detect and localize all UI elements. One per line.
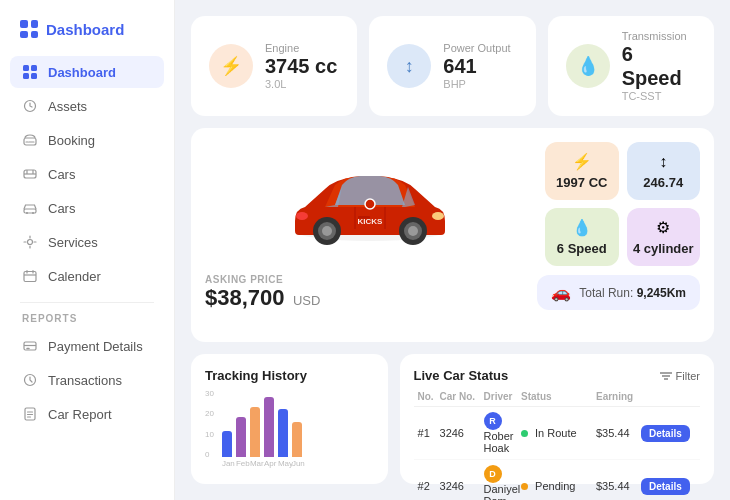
car-stats-grid: ⚡ 1997 CC ↕ 246.74 💧 6 Speed ⚙ 4 cylinde… bbox=[545, 142, 700, 266]
assets-icon bbox=[22, 98, 38, 114]
col-header-driver: Driver bbox=[484, 391, 521, 402]
total-run-badge: 🚗 Total Run: 9,245Km bbox=[537, 275, 700, 310]
svg-point-23 bbox=[432, 212, 444, 220]
x-apr: Apr bbox=[264, 459, 274, 468]
svg-point-18 bbox=[322, 226, 332, 236]
car-illustration: KICKS bbox=[270, 149, 470, 259]
col-header-no: No. bbox=[418, 391, 440, 402]
sidebar-item-calender[interactable]: Calender bbox=[10, 260, 164, 292]
x-mar: Mar bbox=[250, 459, 260, 468]
power-label: Power Output bbox=[443, 42, 510, 54]
svg-point-24 bbox=[296, 212, 308, 220]
chart-container: 30 20 10 0 bbox=[205, 389, 374, 468]
total-run-text: Total Run: 9,245Km bbox=[579, 286, 686, 300]
dashboard-icon bbox=[22, 64, 38, 80]
asking-price-label: ASKING PRICE bbox=[205, 274, 320, 285]
svg-point-10 bbox=[28, 240, 33, 245]
sidebar-item-dashboard[interactable]: Dashboard bbox=[10, 56, 164, 88]
bar-jun-peach bbox=[292, 422, 302, 457]
sidebar-item-car-report[interactable]: Car Report bbox=[10, 398, 164, 430]
spec-speed-icon: 💧 bbox=[572, 218, 592, 237]
y-label-20: 20 bbox=[205, 409, 214, 418]
calender-icon bbox=[22, 268, 38, 284]
engine-label: Engine bbox=[265, 42, 337, 54]
tracking-history-title: Tracking History bbox=[205, 368, 374, 383]
x-feb: Feb bbox=[236, 459, 246, 468]
row1-details-button[interactable]: Details bbox=[641, 425, 690, 442]
live-car-status-card: Live Car Status Filter No. Car No. Drive… bbox=[400, 354, 714, 484]
spec-bhp-value: 246.74 bbox=[643, 175, 683, 190]
services-icon bbox=[22, 234, 38, 250]
svg-rect-3 bbox=[31, 73, 37, 79]
sidebar-divider bbox=[20, 302, 154, 303]
car-bottom: ASKING PRICE $38,700 USD 🚗 Total Run: 9,… bbox=[205, 274, 700, 311]
power-value: 641 bbox=[443, 54, 510, 78]
col-header-carno: Car No. bbox=[440, 391, 484, 402]
table-row: #2 3246 D Daniyel Dam Pending $35.44 Det… bbox=[414, 460, 700, 500]
transmission-sub: TC-SST bbox=[622, 90, 696, 102]
sidebar-item-cars1[interactable]: Cars bbox=[10, 158, 164, 190]
svg-rect-0 bbox=[23, 65, 29, 71]
sidebar-item-calender-label: Calender bbox=[48, 269, 101, 284]
bar-feb-purple bbox=[236, 417, 246, 457]
asking-price-row: $38,700 USD bbox=[205, 285, 320, 311]
sidebar-item-payment[interactable]: Payment Details bbox=[10, 330, 164, 362]
sidebar-item-transactions-label: Transactions bbox=[48, 373, 122, 388]
svg-rect-2 bbox=[23, 73, 29, 79]
bar-may-blue bbox=[278, 409, 288, 457]
bar-mar-peach bbox=[250, 407, 260, 457]
row2-driver: D Daniyel Dam bbox=[484, 465, 521, 500]
sidebar-item-cars1-label: Cars bbox=[48, 167, 75, 182]
booking-icon bbox=[22, 132, 38, 148]
filter-button[interactable]: Filter bbox=[660, 370, 700, 382]
col-header-action bbox=[641, 391, 696, 402]
sidebar-item-booking-label: Booking bbox=[48, 133, 95, 148]
sidebar-item-car-report-label: Car Report bbox=[48, 407, 112, 422]
sidebar-item-cars2-label: Cars bbox=[48, 201, 75, 216]
x-may: May bbox=[278, 459, 288, 468]
transmission-label: Transmission bbox=[622, 30, 696, 42]
y-label-30: 30 bbox=[205, 389, 214, 398]
sidebar-item-booking[interactable]: Booking bbox=[10, 124, 164, 156]
spec-cc-value: 1997 CC bbox=[556, 175, 607, 190]
bar-feb bbox=[236, 417, 246, 457]
row1-avatar: R bbox=[484, 412, 502, 430]
row1-driver: R Rober Hoak bbox=[484, 412, 521, 454]
sidebar-item-assets[interactable]: Assets bbox=[10, 90, 164, 122]
row1-status-dot bbox=[521, 430, 528, 437]
filter-icon bbox=[660, 371, 672, 381]
svg-point-26 bbox=[365, 199, 375, 209]
main-content: ⚡ Engine 3745 cc 3.0L ↕ Power Output 641… bbox=[175, 0, 730, 500]
sidebar-title: Dashboard bbox=[46, 21, 124, 38]
spec-cylinder-icon: ⚙ bbox=[656, 218, 670, 237]
row2-action: Details bbox=[641, 478, 696, 495]
sidebar-item-transactions[interactable]: Transactions bbox=[10, 364, 164, 396]
power-icon: ↕ bbox=[387, 44, 431, 88]
spec-speed: 💧 6 Speed bbox=[545, 208, 619, 266]
reports-section-label: REPORTS bbox=[0, 313, 174, 330]
bar-jan-blue bbox=[222, 431, 232, 457]
sidebar-item-services[interactable]: Services bbox=[10, 226, 164, 258]
row2-carno: 3246 bbox=[440, 480, 484, 492]
bar-jun bbox=[292, 422, 302, 457]
car-report-icon bbox=[22, 406, 38, 422]
spec-cylinder-value: 4 cylinder bbox=[633, 241, 694, 256]
chart-bars bbox=[222, 389, 374, 459]
sidebar-item-cars2[interactable]: Cars bbox=[10, 192, 164, 224]
sidebar-item-payment-label: Payment Details bbox=[48, 339, 143, 354]
stat-transmission: 💧 Transmission 6 Speed TC-SST bbox=[548, 16, 714, 116]
engine-value: 3745 cc bbox=[265, 54, 337, 78]
svg-point-21 bbox=[408, 226, 418, 236]
stats-row: ⚡ Engine 3745 cc 3.0L ↕ Power Output 641… bbox=[191, 16, 714, 116]
svg-rect-11 bbox=[24, 272, 36, 282]
svg-point-8 bbox=[26, 212, 28, 214]
svg-rect-1 bbox=[31, 65, 37, 71]
sidebar: Dashboard Dashboard Assets Booking bbox=[0, 0, 175, 500]
sidebar-nav: Dashboard Assets Booking Cars bbox=[0, 56, 174, 292]
spec-speed-value: 6 Speed bbox=[557, 241, 607, 256]
bar-jan bbox=[222, 431, 232, 457]
reports-nav: Payment Details Transactions Car Report bbox=[0, 330, 174, 430]
row2-details-button[interactable]: Details bbox=[641, 478, 690, 495]
row2-status-dot bbox=[521, 483, 528, 490]
payment-icon bbox=[22, 338, 38, 354]
